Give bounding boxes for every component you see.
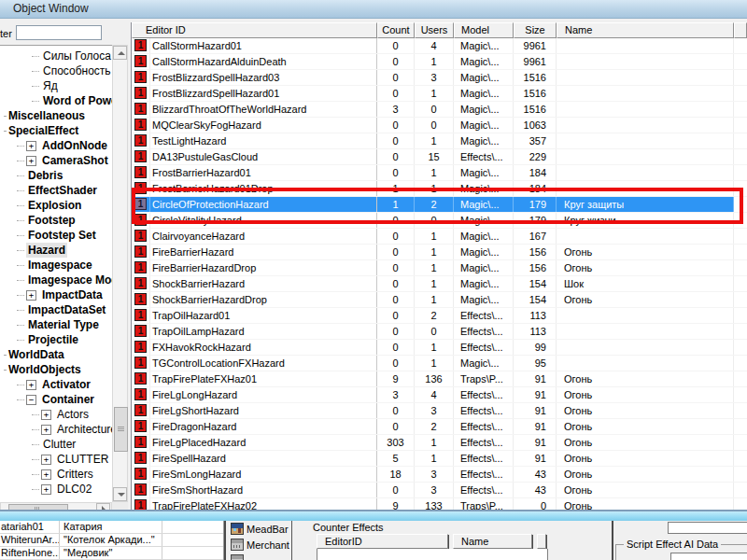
tree-item-label: Actors xyxy=(55,407,91,422)
table-row[interactable]: 1MQClearSkyFogHazard00Magic\...1063 xyxy=(132,118,747,133)
table-row[interactable]: 1FrostBlizzardSpellHazard0101Magic\...15… xyxy=(132,86,747,102)
table-row[interactable]: 1TrapOilHazard0102Effects\...113 xyxy=(132,308,747,324)
background-table-row[interactable]: RiftenHone..."Медовик" xyxy=(0,547,223,560)
tree-item-imagespace-mod[interactable]: Imagespace Mod xyxy=(0,273,112,287)
window-titlebar[interactable]: Object Window xyxy=(0,0,747,19)
cell-id: BlizzardThroatOfTheWorldHazard xyxy=(150,102,377,117)
tree-item-worlddata[interactable]: WorldData xyxy=(0,347,112,362)
tree-item-clutter[interactable]: Clutter xyxy=(0,437,112,452)
cell-model: Effects\... xyxy=(454,308,514,323)
table-row[interactable]: 1BlizzardThroatOfTheWorldHazard30Magic\.… xyxy=(132,102,747,118)
table-row[interactable]: 1FireBarrierHazard01Magic\...156Огонь xyxy=(132,245,747,260)
collapse-icon[interactable]: − xyxy=(26,395,36,405)
cell-id: FireSmLongHazard xyxy=(150,467,377,482)
expand-icon[interactable]: + xyxy=(41,410,51,420)
table-row[interactable]: 1FireLgPlacedHazard3031Effects\...91Огон… xyxy=(132,435,747,451)
tree-item-dlc02[interactable]: +DLC02 xyxy=(0,482,112,497)
table-row[interactable]: 1CallStormHazard0104Magic\...9961 xyxy=(132,38,747,54)
table-row[interactable]: 1FireSmLongHazard183Effects\...43Огонь xyxy=(132,467,747,483)
column-header-editor-id[interactable]: Editor ID xyxy=(132,22,377,38)
table-row[interactable]: 1TGControlLocationFXHazard01Magic\...95 xyxy=(132,356,747,371)
tree-vertical-scrollbar[interactable] xyxy=(112,45,128,502)
hazard-icon: 1 xyxy=(134,55,147,67)
table-row[interactable]: 1ShockBarrierHazardDrop01Magic\...154Ого… xyxy=(132,292,747,308)
scroll-down-button[interactable] xyxy=(113,487,127,501)
expand-icon[interactable]: + xyxy=(41,455,51,465)
background-table-row[interactable]: WhiterunAr..."Котелок Аркади..." xyxy=(0,534,223,547)
table-row[interactable]: 1ShockBarrierHazard01Magic\...154Шок xyxy=(132,276,747,292)
tree-item-critters[interactable]: +Critters xyxy=(0,467,112,482)
tree-item-activator[interactable]: +Activator xyxy=(0,377,112,392)
column-header-count[interactable]: Count xyxy=(377,22,415,38)
tree-item-addonnode[interactable]: +AddOnNode xyxy=(0,138,112,153)
table-row[interactable]: 1TrapFirePlateFXHaz029133Traps\P...0Огон… xyxy=(132,498,747,510)
tree-item-footstep[interactable]: Footstep xyxy=(0,213,112,228)
table-row[interactable]: 1FireSmShortHazard03Effects\...43Огонь xyxy=(132,483,747,498)
table-row[interactable]: 1FrostBarrierHazard0101Magic\...184 xyxy=(132,165,747,181)
table-row[interactable]: 1CircleVitalityHazard00Magic\...179Круг … xyxy=(132,213,747,229)
table-row[interactable]: 1FrostBlizzardSpellHazard0303Magic\...15… xyxy=(132,70,747,86)
tree-item-impactdata[interactable]: +ImpactData xyxy=(0,287,112,302)
table-row[interactable]: 1ClairvoyanceHazard01Magic\...167 xyxy=(132,229,747,245)
column-header-name[interactable]: Name xyxy=(557,22,734,38)
counter-effects-list[interactable] xyxy=(317,549,548,560)
table-row[interactable]: 1FireLgShortHazard03Effects\...91Огонь xyxy=(132,403,747,419)
table-row[interactable]: 1TestLightHazard01Magic\...357 xyxy=(132,133,747,149)
table-row[interactable]: 1FXHavokRockHazard01Effects\...99 xyxy=(132,340,747,356)
tree-item-worldobjects[interactable]: WorldObjects xyxy=(0,362,112,377)
tree-item-debris[interactable]: Debris xyxy=(0,168,112,183)
tree-item-material-type[interactable]: Material Type xyxy=(0,317,112,332)
tree-item-camerashot[interactable]: +CameraShot xyxy=(0,153,112,168)
expand-icon[interactable]: + xyxy=(41,469,51,480)
column-header-editorid[interactable]: EditorID xyxy=(317,534,448,549)
tree-item-miscellaneous[interactable]: Miscellaneous xyxy=(0,108,112,123)
list-item-merchant[interactable]: Merchant xyxy=(226,537,291,553)
cell-model: Effects\... xyxy=(454,340,514,355)
column-header-name[interactable]: Name xyxy=(453,534,532,549)
cell-model: Magic\... xyxy=(454,356,514,371)
column-header-size[interactable]: Size xyxy=(514,22,557,38)
table-row[interactable]: 1FireBarrierHazardDrop01Magic\...156Огон… xyxy=(132,260,747,276)
text-input-2[interactable] xyxy=(670,553,747,560)
tree-item-word-of-power[interactable]: Word of Power xyxy=(0,93,112,108)
filter-input[interactable] xyxy=(16,25,102,40)
table-row[interactable]: 1TrapFirePlateFXHaz019136Traps\P...91Ого… xyxy=(132,371,747,387)
tree-item-explosion[interactable]: Explosion xyxy=(0,198,112,213)
column-header-model[interactable]: Model xyxy=(454,22,514,38)
table-row[interactable]: 1CallStormHazardAlduinDeath01Magic\...99… xyxy=(132,54,747,70)
tree-item-architecture[interactable]: +Architecture xyxy=(0,422,112,437)
expand-icon[interactable]: + xyxy=(41,425,51,435)
table-row[interactable]: 1FrostBarrierHazard01Drop11Magic\...184 xyxy=(132,181,747,197)
tree-item-hazard[interactable]: Hazard xyxy=(0,243,112,258)
cell-id: FrostBlizzardSpellHazard01 xyxy=(150,86,377,101)
table-row[interactable]: 1DA13PustuleGasCloud015Effects\...229 xyxy=(132,149,747,165)
tree-item-projectile[interactable]: Projectile xyxy=(0,332,112,347)
table-row[interactable]: 1CircleOfProtectionHazard12Magic\...179К… xyxy=(132,197,747,213)
list-item-meadbar[interactable]: MeadBar xyxy=(226,521,291,537)
tree-item-item[interactable]: Яд xyxy=(0,78,112,93)
table-row[interactable]: 1FireLgLongHazard34Effects\...91Огонь xyxy=(132,387,747,403)
tree-item-specialeffect[interactable]: SpecialEffect xyxy=(0,123,112,138)
tree-item-effectshader[interactable]: EffectShader xyxy=(0,183,112,198)
expand-icon[interactable]: + xyxy=(26,141,36,151)
column-header-users[interactable]: Users xyxy=(415,22,454,38)
tree-item-container[interactable]: −Container xyxy=(0,392,112,407)
tree-item-impactdataset[interactable]: ImpactDataSet xyxy=(0,302,112,317)
tree-item-actors[interactable]: +Actors xyxy=(0,407,112,422)
background-table-row[interactable]: atariah01Катария xyxy=(0,521,223,534)
table-row[interactable]: 1FireSpellHazard51Effects\...91Огонь xyxy=(132,451,747,467)
tree-item-item[interactable]: Силы Голоса xyxy=(0,49,112,63)
expand-icon[interactable]: + xyxy=(26,380,36,390)
expand-icon[interactable]: + xyxy=(41,484,51,495)
tree-item-footstep-set[interactable]: Footstep Set xyxy=(0,228,112,243)
table-row[interactable]: 1TrapOilLampHazard00Effects\...113 xyxy=(132,324,747,340)
tree-item-clutter[interactable]: +CLUTTER xyxy=(0,452,112,467)
expand-icon[interactable]: + xyxy=(26,290,36,301)
tree-item-imagespace[interactable]: Imagespace xyxy=(0,258,112,273)
tree-item-item[interactable]: Способность xyxy=(0,63,112,78)
text-input-1[interactable] xyxy=(668,522,747,534)
scroll-up-button[interactable] xyxy=(113,46,127,60)
scroll-thumb[interactable] xyxy=(114,407,128,452)
expand-icon[interactable]: + xyxy=(26,156,36,166)
table-row[interactable]: 1FireDragonHazard02Effects\...91Огонь xyxy=(132,419,747,435)
